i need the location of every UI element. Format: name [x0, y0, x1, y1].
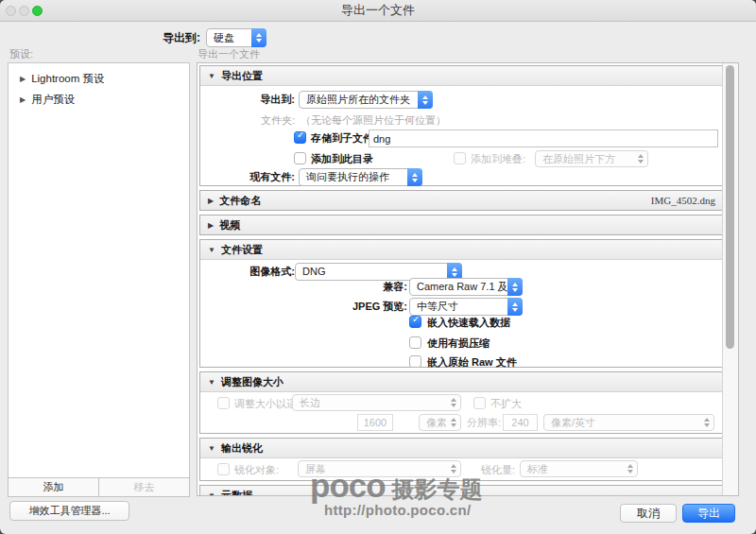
resize-to-fit-select: 长边	[292, 394, 461, 411]
section-header-file-settings[interactable]: ▼ 文件设置	[200, 240, 722, 260]
stepper-icon	[446, 394, 461, 411]
resolution-unit-select: 像素/英寸	[543, 414, 714, 431]
section-title: 视频	[219, 218, 240, 233]
sidebar-item-lightroom-presets[interactable]: ▶Lightroom 预设	[20, 69, 105, 90]
section-header-file-naming[interactable]: ▶ 文件命名	[200, 191, 722, 210]
add-to-stack-label: 添加到堆叠:	[471, 150, 525, 168]
preset-group-label: Lightroom 预设	[31, 73, 104, 84]
section-output-sharpening: ▼ 输出锐化 锐化对象: 屏幕 锐化量: 标准	[199, 438, 723, 481]
add-to-stack-select: 在原始照片下方	[535, 150, 648, 167]
stepper-icon	[418, 91, 433, 109]
section-header-image-sizing[interactable]: ▼ 调整图像大小	[200, 372, 722, 392]
preset-group-label: 用户预设	[31, 94, 75, 105]
watermark-url: http://photo.poco.cn/	[324, 502, 483, 518]
collapse-triangle-icon[interactable]: ▼	[208, 491, 215, 497]
subfolder-name-input[interactable]	[369, 129, 718, 147]
section-metadata: ▼ 元数据	[199, 485, 723, 496]
sharpen-for-label: 锐化对象:	[234, 461, 279, 479]
sharpen-amount-select: 标准	[520, 460, 638, 477]
collapse-triangle-icon[interactable]: ▼	[208, 72, 215, 80]
section-title: 调整图像大小	[221, 375, 284, 389]
remove-preset-button[interactable]: 移去	[98, 477, 190, 497]
add-to-stack-value: 在原始照片下方	[536, 151, 633, 166]
presets-caption: 预设:	[9, 47, 33, 61]
stepper-icon	[407, 168, 422, 186]
collapse-triangle-icon[interactable]: ▶	[208, 197, 214, 205]
sharpen-amount-label: 锐化量:	[465, 461, 515, 479]
disclosure-triangle-icon[interactable]: ▶	[20, 70, 26, 89]
embed-raw-label: 嵌入原始 Raw 文件	[427, 353, 517, 371]
existing-files-select[interactable]: 询问要执行的操作	[299, 168, 422, 186]
add-to-stack-checkbox	[454, 152, 466, 164]
export-destination-value: 硬盘	[207, 29, 251, 46]
section-title: 文件命名	[219, 194, 261, 208]
collapse-triangle-icon[interactable]: ▼	[208, 444, 215, 453]
folder-note: （无论每个源照片位于何位置）	[301, 112, 446, 129]
dont-enlarge-checkbox	[473, 397, 486, 409]
stepper-icon	[446, 460, 461, 477]
jpeg-preview-label: JPEG 预览:	[200, 298, 407, 316]
export-destination-select[interactable]: 硬盘	[206, 28, 266, 47]
folder-label: 文件夹:	[200, 112, 295, 129]
section-video: ▶ 视频	[199, 215, 723, 235]
section-header-export-location[interactable]: ▼ 导出位置	[200, 66, 722, 86]
size-unit-value: 像素	[420, 415, 446, 430]
export-to-value: 原始照片所在的文件夹	[300, 92, 418, 108]
size-input	[357, 414, 393, 431]
presets-list: ▶Lightroom 预设 ▶用户预设	[8, 62, 190, 478]
lossy-compression-label: 使用有损压缩	[427, 335, 490, 353]
dont-enlarge-label: 不扩大	[490, 395, 522, 413]
stepper-icon	[507, 278, 523, 296]
sharpen-for-checkbox[interactable]	[217, 463, 230, 475]
export-settings-panel: ▼ 导出位置 导出到: 原始照片所在的文件夹 文件夹: （无论每个源照片位于何位…	[197, 62, 739, 496]
existing-files-label: 现有文件:	[200, 168, 295, 186]
embed-raw-checkbox[interactable]	[409, 355, 421, 368]
compatibility-select[interactable]: Camera Raw 7.1 及以上	[409, 278, 523, 296]
resolution-input	[503, 414, 538, 431]
sidebar-item-user-presets[interactable]: ▶用户预设	[20, 90, 75, 111]
add-to-catalog-checkbox[interactable]	[294, 152, 306, 164]
stepper-icon	[699, 414, 714, 431]
export-button[interactable]: 导出	[682, 504, 735, 523]
collapse-triangle-icon[interactable]: ▼	[208, 246, 215, 254]
plugin-manager-button[interactable]: 增效工具管理器...	[9, 501, 129, 521]
resolution-unit-value: 像素/英寸	[544, 415, 699, 430]
resize-to-fit-checkbox[interactable]	[217, 397, 230, 409]
compatibility-label: 兼容:	[200, 278, 407, 296]
section-file-naming: ▶ 文件命名 IMG_4502.dng	[199, 190, 723, 211]
embed-fast-load-checkbox[interactable]	[409, 316, 421, 328]
panel-scrollbar[interactable]	[722, 63, 738, 495]
scrollbar-thumb[interactable]	[726, 65, 734, 349]
add-to-catalog-label: 添加到此目录	[311, 150, 373, 168]
cancel-button[interactable]: 取消	[620, 504, 677, 523]
section-title: 导出位置	[221, 69, 263, 83]
sharpen-for-select: 屏幕	[298, 460, 461, 477]
export-to-label: 导出到:	[200, 91, 295, 109]
section-header-video[interactable]: ▶ 视频	[200, 215, 722, 234]
embed-fast-load-label: 嵌入快速载入数据	[427, 314, 510, 332]
window-title: 导出一个文件	[0, 0, 756, 21]
compatibility-value: Camera Raw 7.1 及以上	[410, 279, 507, 295]
resolution-label: 分辨率:	[455, 414, 501, 432]
section-title: 输出锐化	[221, 441, 263, 456]
subfolder-checkbox[interactable]	[294, 131, 306, 144]
sharpen-for-value: 屏幕	[299, 461, 446, 476]
lossy-compression-checkbox[interactable]	[409, 336, 421, 349]
example-filename: IMG_4502.dng	[651, 191, 715, 211]
section-image-sizing: ▼ 调整图像大小 调整大小以适合: 长边 不扩大 像素 分辨率: 像素/英寸	[199, 371, 723, 434]
export-to-select[interactable]: 原始照片所在的文件夹	[299, 91, 433, 109]
section-header-output-sharpening[interactable]: ▼ 输出锐化	[200, 439, 722, 458]
disclosure-triangle-icon[interactable]: ▶	[20, 91, 26, 110]
stepper-icon	[633, 150, 648, 167]
resize-to-fit-value: 长边	[293, 395, 446, 410]
stepper-icon	[623, 460, 638, 477]
collapse-triangle-icon[interactable]: ▶	[208, 221, 214, 230]
export-to-label: 导出到:	[125, 29, 200, 47]
existing-files-value: 询问要执行的操作	[300, 169, 407, 185]
section-title: 元数据	[221, 489, 252, 497]
collapse-triangle-icon[interactable]: ▼	[208, 378, 215, 387]
section-export-location: ▼ 导出位置 导出到: 原始照片所在的文件夹 文件夹: （无论每个源照片位于何位…	[199, 65, 723, 186]
add-preset-button[interactable]: 添加	[8, 477, 99, 497]
section-file-settings: ▼ 文件设置 图像格式: DNG 兼容: Camera Raw 7.1 及以上 …	[199, 239, 723, 368]
section-header-metadata[interactable]: ▼ 元数据	[200, 486, 722, 496]
